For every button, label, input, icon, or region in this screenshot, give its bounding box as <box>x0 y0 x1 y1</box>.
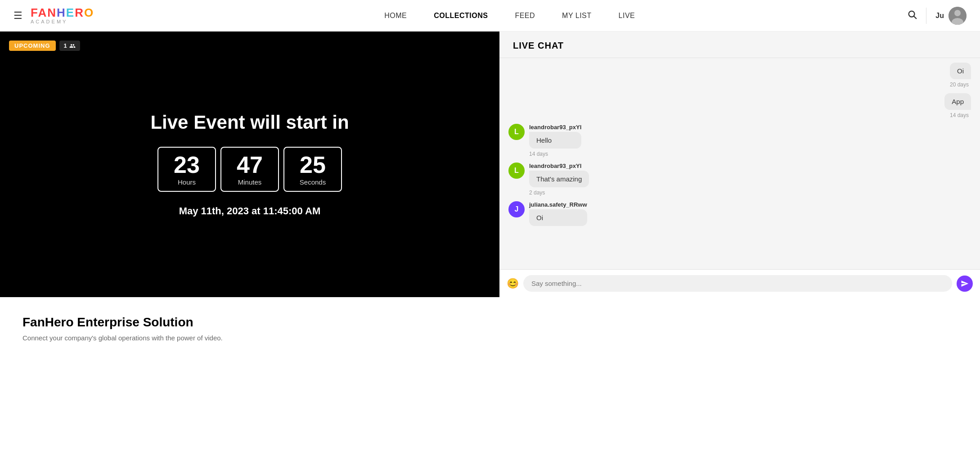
send-button[interactable] <box>957 276 973 292</box>
nav-feed[interactable]: FEED <box>515 12 535 20</box>
video-area: UPCOMING 1 Live Event will start in 23 H… <box>0 32 499 297</box>
chat-time-1: 20 days <box>508 81 969 88</box>
event-date: May 11th, 2023 at 11:45:00 AM <box>150 205 349 217</box>
below-video-section: FanHero Enterprise Solution Connect your… <box>0 297 980 461</box>
nav-mylist[interactable]: MY LIST <box>562 12 591 20</box>
chat-username-5: juliana.safety_RRww <box>529 201 587 208</box>
chat-message-right-1: Oi <box>508 63 971 79</box>
chat-messages: Oi 20 days App 14 days L leandrobar93_px… <box>499 58 980 269</box>
svg-line-1 <box>914 16 916 18</box>
chat-content-5: juliana.safety_RRww Oi <box>529 201 587 226</box>
logo-r: R <box>75 6 84 19</box>
upcoming-badge: UPCOMING <box>9 41 56 51</box>
avatar-leandro-2: L <box>508 163 525 179</box>
chat-bubble-4: That's amazing <box>529 171 589 187</box>
chat-input-row: 😊 <box>499 269 980 297</box>
avatar-leandro-1: L <box>508 124 525 140</box>
below-desc: Connect your company's global operations… <box>22 334 958 342</box>
avatar <box>949 7 967 25</box>
header-right: Ju <box>907 7 967 25</box>
chat-message-left-3: L leandrobar93_pxYI Hello <box>508 124 971 149</box>
logo-e: E <box>66 6 75 19</box>
chat-header: LIVE CHAT <box>499 32 980 58</box>
header-divider <box>926 8 926 24</box>
nav-collections[interactable]: COLLECTIONS <box>434 12 488 20</box>
chat-content-3: leandrobar93_pxYI Hello <box>529 124 581 149</box>
user-initials: Ju <box>935 12 944 20</box>
nav-home[interactable]: HOME <box>384 12 407 20</box>
logo-o: O <box>84 6 94 19</box>
logo-fan: FAN <box>31 6 57 19</box>
below-title: FanHero Enterprise Solution <box>22 315 958 330</box>
countdown-title: Live Event will start in <box>150 112 349 133</box>
chat-content-4: leandrobar93_pxYI That's amazing <box>529 163 589 187</box>
countdown-container: Live Event will start in 23 Hours 47 Min… <box>150 112 349 217</box>
chat-bubble-3: Hello <box>529 132 581 149</box>
chat-bubble-1: Oi <box>950 63 971 79</box>
top-section: UPCOMING 1 Live Event will start in 23 H… <box>0 32 980 297</box>
user-profile[interactable]: Ju <box>935 7 967 25</box>
svg-point-3 <box>954 10 961 16</box>
minutes-box: 47 Minutes <box>220 147 279 192</box>
chat-bubble-2: App <box>944 93 971 110</box>
page-content: UPCOMING 1 Live Event will start in 23 H… <box>0 32 980 461</box>
hours-label: Hours <box>178 178 196 186</box>
chat-username-4: leandrobar93_pxYI <box>529 163 589 169</box>
seconds-label: Seconds <box>300 178 326 186</box>
logo-h: H <box>57 6 66 19</box>
chat-message-left-4: L leandrobar93_pxYI That's amazing <box>508 163 971 187</box>
chat-input[interactable] <box>523 275 952 292</box>
chat-time-2: 14 days <box>508 112 969 118</box>
chat-bubble-5: Oi <box>529 209 587 226</box>
minutes-label: Minutes <box>238 178 262 186</box>
seconds-number: 25 <box>300 153 326 176</box>
main-nav: HOME COLLECTIONS FEED MY LIST LIVE <box>112 12 907 20</box>
nav-live[interactable]: LIVE <box>619 12 635 20</box>
chat-title: LIVE CHAT <box>513 41 564 50</box>
viewers-badge: 1 <box>59 41 80 51</box>
header: ☰ FANHERO ACADEMY HOME COLLECTIONS FEED … <box>0 0 980 32</box>
emoji-button[interactable]: 😊 <box>507 278 519 289</box>
minutes-number: 47 <box>237 153 263 176</box>
logo[interactable]: FANHERO ACADEMY <box>31 7 94 24</box>
logo-subtitle: ACADEMY <box>31 19 94 24</box>
hours-number: 23 <box>174 153 200 176</box>
avatar-juliana: J <box>508 201 525 217</box>
chat-time-4: 2 days <box>508 190 971 196</box>
seconds-box: 25 Seconds <box>283 147 342 192</box>
upcoming-badge-row: UPCOMING 1 <box>9 41 80 51</box>
chat-message-left-5: J juliana.safety_RRww Oi <box>508 201 971 226</box>
chat-username-3: leandrobar93_pxYI <box>529 124 581 131</box>
chat-time-3: 14 days <box>508 151 971 157</box>
hours-box: 23 Hours <box>157 147 216 192</box>
chat-panel: LIVE CHAT Oi 20 days App 14 days L leand… <box>499 32 980 297</box>
logo-wordmark: FANHERO <box>31 7 94 18</box>
chat-message-right-2: App <box>508 93 971 110</box>
search-icon[interactable] <box>907 9 917 22</box>
countdown-boxes: 23 Hours 47 Minutes 25 Seconds <box>150 147 349 192</box>
menu-icon[interactable]: ☰ <box>13 10 22 22</box>
viewer-count: 1 <box>64 42 67 49</box>
